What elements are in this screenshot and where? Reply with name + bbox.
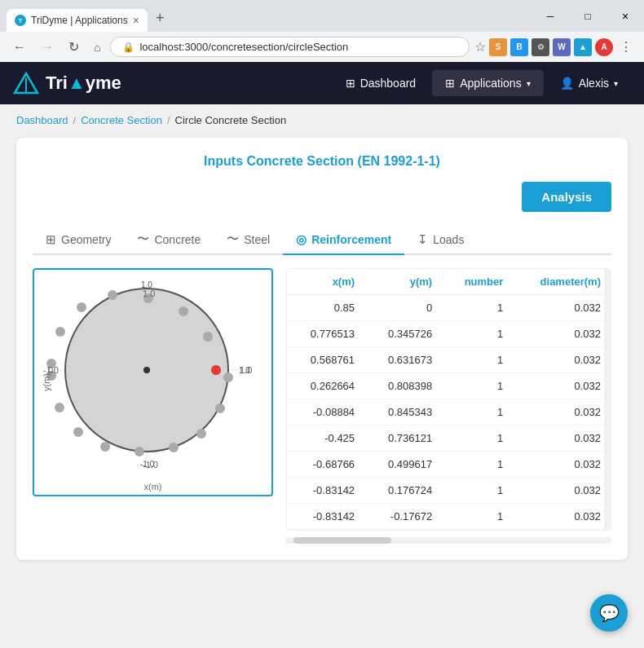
maximize-icon: □ xyxy=(584,11,590,22)
col-header-x: x(m) xyxy=(287,269,364,295)
tab-geometry[interactable]: ⊞ Geometry xyxy=(33,225,124,255)
cell-diameter: 0.032 xyxy=(513,478,611,504)
brand-logo[interactable]: Tri ▲ yme xyxy=(13,70,333,96)
table-row: -0.831420.17672410.032 xyxy=(287,478,611,504)
cell-x: -0.83142 xyxy=(287,504,364,530)
new-tab-icon: + xyxy=(156,10,165,26)
ext1-icon[interactable]: S xyxy=(489,38,507,56)
address-text: localhost:3000/concretesection/circleSec… xyxy=(139,41,348,53)
svg-point-15 xyxy=(73,427,83,437)
tab-close-icon[interactable]: × xyxy=(133,14,139,27)
table-row: 0.5687610.63167310.032 xyxy=(287,347,611,373)
cell-x: 0.776513 xyxy=(287,321,364,347)
applications-dropdown-icon: ▾ xyxy=(527,79,531,88)
user-nav-item[interactable]: 👤 Alexis ▾ xyxy=(547,70,631,96)
maximize-button[interactable]: □ xyxy=(569,3,607,29)
brand-text-tri: Tri xyxy=(46,73,68,94)
minimize-icon: ─ xyxy=(547,11,554,22)
app-navbar: Tri ▲ yme ⊞ Dashboard ⊞ Applications ▾ 👤… xyxy=(0,62,644,104)
svg-point-9 xyxy=(108,290,117,300)
svg-text:-1.0: -1.0 xyxy=(140,460,155,469)
cell-number: 1 xyxy=(442,373,513,399)
cell-y: 0.631673 xyxy=(364,347,442,373)
cell-y: 0.845343 xyxy=(364,399,442,425)
svg-point-10 xyxy=(77,302,86,312)
tab-loads[interactable]: ↧ Loads xyxy=(404,225,477,255)
chat-bubble-icon: 💬 xyxy=(599,603,620,623)
tabs-bar: ⊞ Geometry 〜 Concrete 〜 Steel ◎ Reinforc… xyxy=(33,225,611,255)
cell-x: 0.262664 xyxy=(287,373,364,399)
concrete-tab-label: Concrete xyxy=(154,233,201,246)
ext3-icon[interactable]: ⚙ xyxy=(532,38,549,56)
loads-tab-icon: ↧ xyxy=(417,232,428,247)
steel-tab-icon: 〜 xyxy=(227,231,239,247)
browser-ext-icons: ☆ S B ⚙ W ▲ A ⋮ xyxy=(474,37,636,56)
tab-concrete[interactable]: 〜 Concrete xyxy=(124,225,214,255)
cell-number: 1 xyxy=(442,504,513,530)
minimize-button[interactable]: ─ xyxy=(532,3,569,29)
ext6-icon[interactable]: A xyxy=(595,38,613,56)
tab-title: TriDyme | Applications xyxy=(31,15,128,26)
cell-x: -0.68766 xyxy=(287,452,364,478)
table-wrapper: x(m) y(m) number diameter(m) 0.85010.032… xyxy=(286,268,611,531)
breadcrumb-concrete-section[interactable]: Concrete Section xyxy=(81,114,162,126)
svg-point-11 xyxy=(55,327,65,337)
title-bar: T TriDyme | Applications × + ─ □ × xyxy=(0,0,644,32)
svg-point-17 xyxy=(135,447,144,456)
user-dropdown-icon: ▾ xyxy=(614,79,618,88)
cell-number: 1 xyxy=(442,452,513,478)
dashboard-nav-item[interactable]: ⊞ Dashboard xyxy=(333,70,430,96)
col-header-number: number xyxy=(442,269,513,295)
table-row: -0.088840.84534310.032 xyxy=(287,399,611,425)
refresh-button[interactable]: ↻ xyxy=(64,36,84,58)
col-header-y: y(m) xyxy=(364,269,442,295)
cell-y: 0.499617 xyxy=(364,452,442,478)
svg-point-21 xyxy=(223,372,233,382)
content-area: 1.0 -1.0 0 1.0 -1.0 y(m) x(m) -1.0 1.0 1… xyxy=(33,268,611,531)
dashboard-nav-label: Dashboard xyxy=(360,77,417,90)
y-axis-label: y(m) xyxy=(42,373,51,391)
scrollbar-thumb[interactable] xyxy=(293,537,391,544)
svg-point-16 xyxy=(100,442,110,452)
ext2-icon[interactable]: B xyxy=(510,38,528,56)
x-axis-label: x(m) xyxy=(144,482,162,492)
table-row: 0.2626640.80839810.032 xyxy=(287,373,611,399)
analysis-btn-row: Analysis xyxy=(33,182,611,212)
steel-tab-label: Steel xyxy=(244,233,270,246)
dashboard-nav-icon: ⊞ xyxy=(346,77,355,90)
home-button[interactable]: ⌂ xyxy=(89,37,105,57)
main-content: Dashboard / Concrete Section / Circle Co… xyxy=(0,104,644,570)
applications-nav-item[interactable]: ⊞ Applications ▾ xyxy=(432,70,544,96)
horizontal-scrollbar[interactable] xyxy=(285,537,611,544)
cell-x: -0.08884 xyxy=(287,399,364,425)
tab-steel[interactable]: 〜 Steel xyxy=(214,225,283,255)
new-tab-button[interactable]: + xyxy=(148,5,173,32)
cell-number: 1 xyxy=(442,321,513,347)
user-nav-icon: 👤 xyxy=(560,77,574,90)
ext4-icon[interactable]: W xyxy=(553,38,571,56)
close-button[interactable]: × xyxy=(607,3,644,29)
star-icon[interactable]: ☆ xyxy=(474,39,486,55)
applications-nav-label: Applications xyxy=(460,77,522,90)
analysis-button[interactable]: Analysis xyxy=(522,182,611,212)
cell-diameter: 0.032 xyxy=(513,452,611,478)
active-tab[interactable]: T TriDyme | Applications × xyxy=(7,9,148,32)
chat-bubble[interactable]: 💬 xyxy=(590,594,628,632)
breadcrumb-dashboard[interactable]: Dashboard xyxy=(16,114,68,126)
user-nav-label: Alexis xyxy=(579,77,609,90)
applications-nav-icon: ⊞ xyxy=(445,77,455,90)
scrollbar-right[interactable] xyxy=(604,269,611,530)
card-title: Inputs Concrete Section (EN 1992-1-1) xyxy=(33,154,611,169)
address-bar[interactable]: 🔒 localhost:3000/concretesection/circleS… xyxy=(110,37,470,57)
back-button[interactable]: ← xyxy=(8,37,31,58)
tab-reinforcement[interactable]: ◎ Reinforcement xyxy=(283,225,404,255)
more-icon[interactable]: ⋮ xyxy=(616,37,636,56)
forward-button[interactable]: → xyxy=(36,37,59,58)
cell-diameter: 0.032 xyxy=(513,399,611,425)
inputs-card: Inputs Concrete Section (EN 1992-1-1) An… xyxy=(16,138,628,560)
cell-diameter: 0.032 xyxy=(513,504,611,530)
cell-diameter: 0.032 xyxy=(513,295,611,321)
ext5-icon[interactable]: ▲ xyxy=(574,38,592,56)
svg-text:1.0: 1.0 xyxy=(141,280,152,289)
svg-text:1.0: 1.0 xyxy=(143,289,155,298)
